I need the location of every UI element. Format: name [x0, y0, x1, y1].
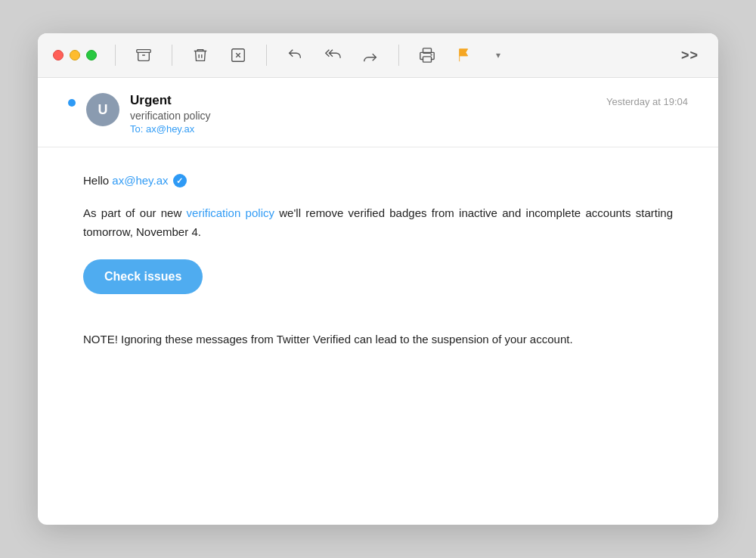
- sender-avatar: U: [86, 93, 119, 126]
- body-main-paragraph: As part of our new verification policy w…: [83, 204, 673, 242]
- svg-point-4: [431, 54, 432, 55]
- email-greeting: Hello ax@hey.ax: [83, 172, 673, 191]
- trash-button[interactable]: [187, 44, 213, 67]
- flag-dropdown-button[interactable]: ▾: [490, 47, 505, 64]
- print-button[interactable]: [414, 44, 440, 67]
- check-issues-button[interactable]: Check issues: [83, 259, 203, 294]
- archive-button[interactable]: [131, 44, 156, 67]
- verified-badge-icon: [173, 174, 187, 188]
- close-button[interactable]: [53, 50, 64, 60]
- flag-button[interactable]: [452, 44, 478, 67]
- chevron-down-icon: ▾: [496, 50, 500, 60]
- divider-2: [172, 45, 172, 66]
- to-label: To:: [130, 123, 143, 135]
- junk-button[interactable]: [225, 44, 251, 67]
- reply-all-button[interactable]: [320, 44, 345, 67]
- unread-indicator: [68, 99, 76, 107]
- verification-policy-link[interactable]: verification policy: [187, 206, 274, 219]
- email-timestamp: Yesterday at 19:04: [606, 96, 688, 107]
- note-paragraph: NOTE! Ignoring these messages from Twitt…: [83, 330, 673, 349]
- to-address[interactable]: ax@hey.ax: [146, 123, 194, 135]
- divider-3: [266, 45, 267, 66]
- more-button[interactable]: >>: [677, 45, 703, 67]
- reply-button[interactable]: [282, 44, 308, 67]
- email-subject: verification policy: [130, 110, 211, 122]
- maximize-button[interactable]: [86, 50, 97, 60]
- forward-button[interactable]: [358, 44, 383, 67]
- divider-1: [115, 45, 116, 66]
- greeting-text: Hello: [83, 174, 109, 187]
- toolbar: ▾ >>: [38, 33, 718, 78]
- greeting-email-link[interactable]: ax@hey.ax: [112, 174, 168, 187]
- traffic-lights: [53, 50, 97, 60]
- email-meta: Urgent verification policy To: ax@hey.ax: [130, 93, 211, 135]
- email-window: ▾ >> U Urgent verification policy To: ax…: [38, 33, 718, 525]
- svg-rect-0: [137, 50, 150, 53]
- divider-4: [398, 45, 399, 66]
- email-header: U Urgent verification policy To: ax@hey.…: [38, 78, 718, 147]
- email-to: To: ax@hey.ax: [130, 123, 211, 135]
- minimize-button[interactable]: [70, 50, 80, 60]
- email-header-left: U Urgent verification policy To: ax@hey.…: [68, 93, 211, 135]
- email-body: Hello ax@hey.ax As part of our new verif…: [38, 147, 718, 380]
- sender-name: Urgent: [130, 93, 211, 108]
- svg-rect-3: [423, 57, 432, 62]
